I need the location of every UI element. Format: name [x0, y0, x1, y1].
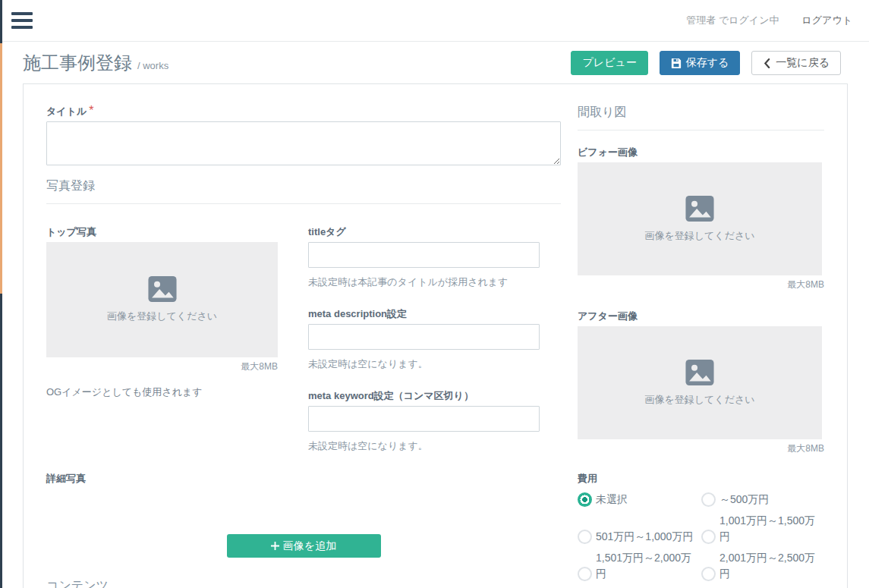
- section-divider: [578, 130, 824, 130]
- meta-keyword-input[interactable]: [308, 406, 540, 432]
- photo-section-heading: 写真登録: [46, 178, 561, 194]
- photo-meta-row: トップ写真 画像を登録してください 最大8MB OGイメージとしても使用されます…: [46, 225, 561, 453]
- cost-radio-label: 未選択: [596, 492, 628, 508]
- cost-radio-option[interactable]: ～500万円: [701, 492, 823, 508]
- page-title: 施工事例登録: [23, 51, 132, 75]
- login-user: 管理者: [686, 14, 716, 26]
- max-size-note: 最大8MB: [46, 360, 278, 373]
- preview-button[interactable]: プレビュー: [571, 51, 647, 75]
- after-image-upload-area[interactable]: 画像を登録してください: [578, 326, 822, 439]
- meta-description-help: 未設定時は空になります。: [308, 357, 540, 371]
- logout-link[interactable]: ログアウト: [801, 14, 852, 27]
- og-image-note: OGイメージとしても使用されます: [46, 385, 278, 399]
- floor-plan-heading: 間取り図: [578, 105, 824, 121]
- breadcrumb: 施工事例登録 / works: [23, 51, 168, 75]
- menu-icon-bar: [11, 19, 33, 22]
- max-size-note: 最大8MB: [578, 278, 824, 291]
- radio-icon: [701, 530, 716, 544]
- meta-keyword-help: 未設定時は空になります。: [308, 439, 540, 453]
- add-image-button-label: 画像を追加: [283, 539, 336, 553]
- meta-keyword-label: meta keyword設定（コンマ区切り）: [308, 389, 540, 403]
- cost-radio-label: 1,501万円～2,000万円: [596, 550, 701, 582]
- form-card: タイトル* 写真登録 トップ写真 画像を登録してください 最大8MB OGイメー…: [23, 83, 848, 588]
- save-button[interactable]: 保存する: [660, 51, 741, 75]
- before-image-label: ビフォー画像: [578, 146, 824, 159]
- topbar-right: 管理者 でログイン中 ログアウト: [686, 14, 852, 27]
- collapsed-sidebar: [0, 0, 2, 588]
- top-navbar: 管理者 でログイン中 ログアウト: [2, 0, 869, 42]
- cost-radio-label: 1,001万円～1,500万円: [719, 513, 823, 545]
- title-tag-block: titleタグ 未設定時は本記事のタイトルが採用されます: [308, 225, 540, 289]
- cost-radio-option[interactable]: 2,001万円～2,500万円: [701, 550, 823, 582]
- floor-plan-column: 間取り図 ビフォー画像 画像を登録してください 最大8MB アフター画像 画像を…: [578, 104, 824, 588]
- meta-fields-column: titleタグ 未設定時は本記事のタイトルが採用されます meta descri…: [308, 225, 540, 453]
- upload-placeholder-text: 画像を登録してください: [644, 393, 754, 407]
- title-input[interactable]: [46, 121, 561, 165]
- meta-description-block: meta description設定 未設定時は空になります。: [308, 307, 540, 371]
- cost-radio-option[interactable]: 501万円～1,000万円: [578, 529, 701, 545]
- cost-radio-label: ～500万円: [719, 492, 769, 508]
- top-photo-label: トップ写真: [46, 225, 278, 239]
- image-icon: [685, 196, 714, 222]
- page-subtitle: / works: [137, 60, 168, 71]
- floppy-disk-icon: [671, 58, 682, 68]
- section-divider: [46, 203, 561, 204]
- cost-radio-label: 2,001万円～2,500万円: [719, 550, 823, 582]
- image-icon: [148, 276, 177, 302]
- plus-icon: [271, 542, 279, 550]
- required-mark: *: [89, 104, 93, 117]
- meta-keyword-block: meta keyword設定（コンマ区切り） 未設定時は空になります。: [308, 389, 540, 453]
- upload-placeholder-text: 画像を登録してください: [107, 310, 217, 323]
- radio-icon: [578, 567, 592, 581]
- cost-radio-option[interactable]: 1,001万円～1,500万円: [701, 513, 823, 545]
- detail-photo-label: 詳細写真: [46, 472, 561, 486]
- top-photo-block: トップ写真 画像を登録してください 最大8MB OGイメージとしても使用されます: [46, 225, 278, 453]
- heading-actions: プレビュー 保存する 一覧に戻る: [571, 51, 841, 75]
- cost-label: 費用: [578, 472, 824, 486]
- title-tag-help: 未設定時は本記事のタイトルが採用されます: [308, 275, 540, 289]
- title-field-block: タイトル*: [46, 104, 561, 168]
- cost-radio-option[interactable]: 1,501万円～2,000万円: [578, 550, 701, 582]
- back-button-label: 一覧に戻る: [776, 56, 830, 70]
- max-size-note: 最大8MB: [578, 442, 824, 455]
- menu-icon[interactable]: [11, 12, 33, 29]
- cost-radio-option[interactable]: 未選択: [578, 492, 701, 508]
- sidebar-accent-strip: [0, 43, 2, 294]
- title-tag-label: titleタグ: [308, 225, 540, 239]
- chevron-left-icon: [763, 58, 771, 68]
- login-status: 管理者 でログイン中: [686, 14, 779, 27]
- title-tag-input[interactable]: [308, 242, 540, 268]
- cost-options: 未選択 ～500万円 501万円～1,000万円 1,001万円: [578, 492, 824, 588]
- page: 管理者 でログイン中 ログアウト 施工事例登録 / works プレビュー 保存…: [0, 0, 869, 588]
- content-section-heading: コンテンツ: [46, 578, 561, 588]
- menu-icon-bar: [11, 12, 33, 15]
- radio-icon: [578, 530, 592, 544]
- before-image-upload-area[interactable]: 画像を登録してください: [578, 162, 822, 275]
- radio-icon: [701, 492, 716, 507]
- upload-placeholder-text: 画像を登録してください: [644, 229, 754, 243]
- menu-icon-bar: [11, 26, 33, 29]
- add-image-button[interactable]: 画像を追加: [227, 534, 381, 558]
- cost-radio-label: 501万円～1,000万円: [596, 529, 693, 545]
- page-heading-row: 施工事例登録 / works プレビュー 保存する 一覧に戻る: [2, 42, 869, 83]
- main-form-column: タイトル* 写真登録 トップ写真 画像を登録してください 最大8MB OGイメー…: [46, 104, 561, 588]
- image-icon: [685, 360, 714, 385]
- back-to-list-button[interactable]: 一覧に戻る: [751, 51, 841, 75]
- meta-description-label: meta description設定: [308, 307, 540, 321]
- preview-button-label: プレビュー: [582, 56, 636, 70]
- radio-icon: [578, 492, 592, 507]
- after-image-label: アフター画像: [578, 310, 824, 323]
- top-photo-upload-area[interactable]: 画像を登録してください: [46, 242, 278, 357]
- login-suffix: でログイン中: [719, 14, 779, 26]
- radio-icon: [701, 567, 716, 581]
- title-field-label: タイトル: [46, 105, 87, 117]
- meta-description-input[interactable]: [308, 324, 540, 350]
- save-button-label: 保存する: [686, 56, 729, 70]
